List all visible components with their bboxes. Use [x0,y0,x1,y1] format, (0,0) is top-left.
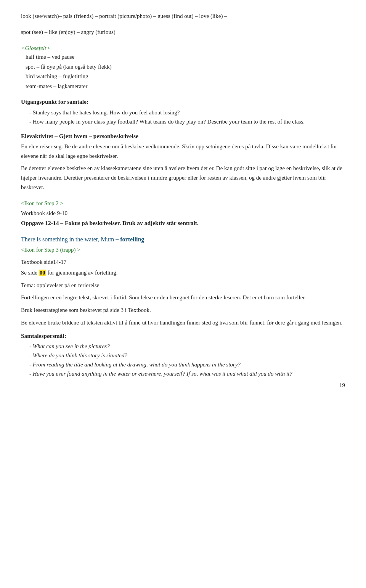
glosefelt-item-4: team-mates – lagkamerater [26,82,345,92]
story-bullet-dash-4: - [29,371,33,377]
bullet-dash-1: - [29,109,33,116]
utgangspunkt-bullet-2-text: How many people in your class play footb… [33,119,305,125]
story-bullet-4: - Have you ever found anything in the wa… [29,369,345,378]
story-line2: Tema: opplevelser på en feriereise [21,281,345,290]
story-line1-pre: Se side [21,270,39,276]
story-para3: Be elevene bruke bildene til teksten akt… [21,318,345,328]
story-bullet-2-text: Where do you think this story is situate… [33,352,127,358]
story-bullet-2: - Where do you think this story is situa… [29,351,345,360]
elevaktivitet-para-2: Be deretter elevene beskrive en av klass… [21,164,345,192]
page-content: look (see/watch)– pals (friends) – portr… [21,11,345,378]
elevaktivitet-title: Elevaktivitet – Gjett hvem – personbeskr… [21,132,345,140]
story-highlight: 00 [39,270,46,276]
story-title: There is something in the water, Mum – f… [21,235,345,244]
utgangspunkt-bullet-2: - How many people in your class play foo… [29,117,345,126]
story-bullet-3: - From reading the title and looking at … [29,360,345,369]
utgangspunkt-section: Utgangspunkt for samtale: - Stanley says… [21,97,345,126]
bullet-dash-2: - [29,119,33,125]
story-title-normal: There is something in the water, Mum [21,236,114,243]
utgangspunkt-bullet-1: - Stanley says that he hates losing. How… [29,108,345,117]
utgangspunkt-title: Utgangspunkt for samtale: [21,97,345,106]
story-bullet-dash-3: - [29,361,33,368]
intro-line1: look (see/watch)– pals (friends) – portr… [21,11,345,21]
story-line1-post: for gjennomgang av fortelling. [46,270,118,276]
story-bullet-dash-1: - [29,343,33,349]
samtalesporsmal-title: Samtalespørsmål: [21,331,345,340]
utgangspunkt-bullet-1-text: Stanley says that he hates losing. How d… [33,109,180,116]
story-bullet-1-text: What can you see in the pictures? [33,343,110,349]
glosefelt-item-1: half time – ved pause [26,52,345,62]
story-line1: Se side 00 for gjennomgang av fortelling… [21,268,345,278]
glosefelt-item-2: spot – få øye på (kan også bety flekk) [26,62,345,72]
story-para2: Bruk lesestrategiene som beskrevet på si… [21,305,345,315]
story-bullet-3-text: From reading the title and looking at th… [33,361,241,368]
elevaktivitet-para-1: En elev reiser seg. Be de andre elevene … [21,142,345,161]
ikon-step2: <Ikon for Step 2 > [21,199,345,208]
intro-line2: spot (see) – like (enjoy) – angry (furio… [21,27,345,37]
story-bullet-4-text: Have you ever found anything in the wate… [33,371,292,377]
page-number: 19 [339,381,345,390]
workbook-label: Workbook side 9-10 [21,209,345,218]
ikon-step3: <Ikon for Step 3 (trapp) > [21,246,345,254]
glosefelt-section: <Glosefelt> half time – ved pause spot –… [21,43,345,91]
story-bullet-1: - What can you see in the pictures? [29,342,345,351]
story-section: There is something in the water, Mum – f… [21,235,345,378]
oppgave-label: Oppgave 12-14 – Fokus på beskrivelser. B… [21,218,345,227]
story-bullet-dash-2: - [29,352,33,358]
textbook-label: Textbook side14-17 [21,258,345,267]
elevaktivitet-section: Elevaktivitet – Gjett hvem – personbeskr… [21,132,345,192]
oppgave-bold: Oppgave 12-14 – Fokus på beskrivelser. B… [21,220,199,226]
glosefelt-tag: <Glosefelt> [21,43,345,52]
story-title-bold: – fortelling [116,236,144,243]
workbook-section: Workbook side 9-10 Oppgave 12-14 – Fokus… [21,209,345,227]
story-line3: Fortellingen er en lengre tekst, skrevet… [21,293,345,302]
glosefelt-item-3: bird watching – fugletitting [26,72,345,82]
